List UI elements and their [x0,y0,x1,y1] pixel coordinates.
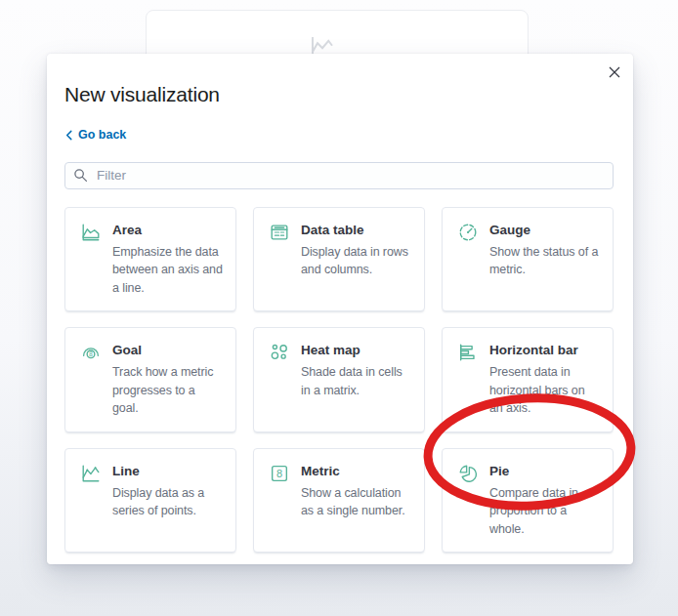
new-visualization-dialog: New visualization Go back Area Emphasize… [47,54,633,564]
card-description: Display data in rows and columns. [301,243,412,279]
card-description: Emphasize the data between an axis and a… [112,243,224,298]
line-icon [80,463,102,488]
svg-text:8: 8 [89,350,93,357]
svg-text:8: 8 [276,468,282,479]
screen: New visualization Go back Area Emphasize… [0,0,678,616]
page-title: New visualization [64,83,614,106]
card-title: Goal [112,341,224,360]
filter-input[interactable] [64,162,614,189]
card-description: Track how a metric progresses to a goal. [112,363,224,418]
card-line[interactable]: Line Display data as a series of points. [64,448,236,554]
card-area[interactable]: Area Emphasize the data between an axis … [64,207,236,312]
card-metric[interactable]: 8 Metric Show a calculation as a single … [253,448,425,554]
card-heat-map[interactable]: Heat map Shade data in cells in a matrix… [253,327,425,432]
card-title: Horizontal bar [489,341,601,360]
metric-icon: 8 [269,463,290,488]
filter-field [64,162,614,189]
close-icon[interactable] [604,62,625,83]
card-title: Heat map [301,341,412,360]
card-data-table[interactable]: Data table Display data in rows and colu… [253,207,425,312]
horizontal-bar-icon [457,342,479,367]
card-description: Shade data in cells in a matrix. [301,363,412,399]
go-back-label: Go back [78,128,126,142]
card-pie[interactable]: Pie Compare data in proportion to a whol… [442,448,614,554]
data-table-icon [269,222,290,247]
card-description: Display data as a series of points. [112,484,224,520]
goal-icon: 8 [80,342,102,367]
card-description: Show the status of a metric. [489,243,601,279]
chevron-left-icon [64,130,73,141]
visualization-grid: Area Emphasize the data between an axis … [64,207,614,565]
heat-map-icon [269,342,290,367]
card-description: Present data in horizontal bars on an ax… [489,363,601,418]
area-icon [80,222,102,247]
card-description: Show a calculation as a single number. [301,484,412,520]
card-gauge[interactable]: Gauge Show the status of a metric. [442,207,614,312]
card-horizontal-bar[interactable]: Horizontal bar Present data in horizonta… [442,327,614,432]
card-description: Compare data in proportion to a whole. [489,484,601,539]
go-back-link[interactable]: Go back [64,128,126,142]
card-title: Pie [489,462,601,481]
card-title: Line [112,462,224,481]
card-title: Gauge [489,221,601,240]
card-title: Data table [301,221,412,240]
pie-icon [457,463,479,488]
card-title: Area [112,221,224,240]
card-title: Metric [301,462,412,481]
card-goal[interactable]: 8 Goal Track how a metric progresses to … [64,327,236,432]
gauge-icon [457,222,479,247]
